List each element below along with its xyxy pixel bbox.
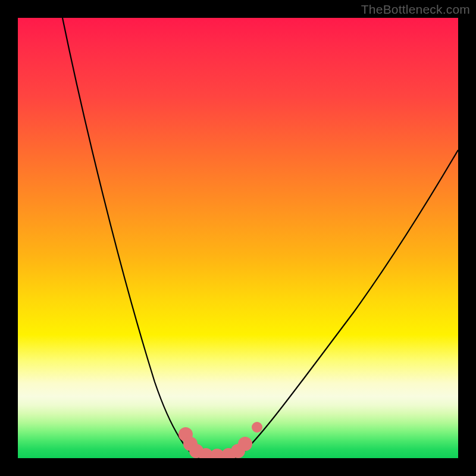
right-curve bbox=[238, 150, 458, 457]
plot-area bbox=[18, 18, 458, 458]
left-curve bbox=[62, 18, 196, 457]
watermark-text: TheBottleneck.com bbox=[361, 2, 470, 17]
outer-frame: TheBottleneck.com bbox=[0, 0, 476, 476]
marker-dot bbox=[252, 422, 262, 433]
chart-svg bbox=[18, 18, 458, 458]
marker-dot bbox=[238, 437, 252, 451]
marker-group bbox=[178, 422, 262, 458]
